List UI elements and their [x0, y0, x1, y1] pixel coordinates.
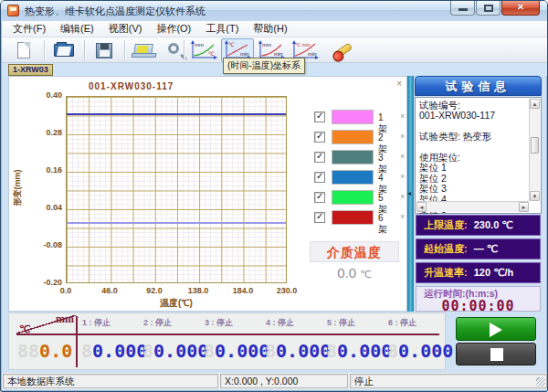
- legend-swatch[interactable]: [332, 110, 374, 124]
- vertical-scrollbar[interactable]: ▲ ▼: [529, 99, 540, 201]
- open-file-button[interactable]: [47, 38, 80, 62]
- x-tick: 46.0: [90, 286, 130, 295]
- svg-text:℃: ℃: [208, 51, 215, 57]
- maximize-button[interactable]: [476, 1, 501, 16]
- stop-button[interactable]: [456, 343, 536, 366]
- start-button[interactable]: [456, 317, 536, 341]
- chart-panel: × 001-XRW030-117 形变(mm) 0.40 0.28 0.16 0…: [8, 76, 407, 312]
- heating-rate-row: 升温速率: 120 ℃/h: [416, 262, 541, 283]
- axes-deformation-temperature-button[interactable]: mm ℃: [187, 38, 220, 62]
- menu-bar: 文件(F) 编辑(E) 视图(V) 操作(O) 工具(T) 帮助(H): [2, 21, 548, 37]
- rack-value: 0.000: [276, 340, 331, 362]
- rack-value: 0.000: [337, 340, 392, 362]
- report-button[interactable]: [128, 38, 161, 62]
- legend-close-icon[interactable]: ×: [400, 192, 405, 201]
- y-tick: 0.40: [24, 90, 62, 100]
- ghost-digit: 8: [265, 340, 276, 362]
- info-line: 试验类型: 热变形: [419, 132, 528, 142]
- rack-readout-2: 2 : 停止 80.000: [142, 313, 200, 369]
- legend-swatch[interactable]: [332, 190, 374, 205]
- deformation-unit-label: mm: [56, 313, 74, 326]
- medium-temperature-unit: ℃: [360, 269, 371, 280]
- legend-close-icon[interactable]: ×: [400, 172, 405, 181]
- rack-display: 80.000: [387, 340, 453, 362]
- legend-swatch[interactable]: [332, 170, 374, 185]
- legend-close-icon[interactable]: ×: [400, 212, 405, 221]
- y-tick: 0.28: [24, 128, 62, 137]
- info-line: [419, 122, 528, 132]
- limit-temperature-label: 上限温度:: [424, 219, 468, 230]
- menu-tools[interactable]: 工具(T): [198, 21, 246, 37]
- toolbar-separator: [84, 40, 85, 60]
- save-button[interactable]: [88, 38, 121, 62]
- rack-display: 80.000: [204, 340, 269, 362]
- test-info-header: 试验信息: [415, 76, 542, 96]
- titlebar[interactable]: 热变形、维卡软化点温度测定仪软件系统 ✕: [1, 1, 547, 21]
- svg-text:℃ mm: ℃ mm: [295, 42, 311, 48]
- ghost-digits: 88: [17, 340, 39, 362]
- medium-temperature-label: 介质温度: [310, 241, 399, 262]
- legend-checkbox[interactable]: ✓: [314, 132, 325, 143]
- lower-reference-line: [67, 222, 286, 224]
- scroll-down-icon[interactable]: ▼: [530, 191, 540, 201]
- toolbar-separator: [184, 40, 184, 60]
- minimize-button[interactable]: [450, 1, 475, 16]
- app-icon: [7, 5, 19, 16]
- menu-edit[interactable]: 编辑(E): [53, 21, 101, 37]
- legend-swatch[interactable]: [332, 210, 374, 225]
- x-tick: 92.0: [134, 286, 174, 295]
- menu-operate[interactable]: 操作(O): [149, 21, 198, 37]
- menu-help[interactable]: 帮助(H): [246, 21, 294, 37]
- legend-checkbox[interactable]: ✓: [314, 192, 325, 203]
- check-icon: ✓: [316, 211, 323, 221]
- limit-temperature-value: 230.0 ℃: [474, 219, 513, 230]
- close-button[interactable]: ✕: [501, 1, 540, 16]
- ghost-digit: 8: [81, 340, 92, 362]
- thermometer-button[interactable]: [326, 38, 359, 62]
- status-database: 本地数据库系统: [3, 374, 218, 388]
- menu-file[interactable]: 文件(F): [5, 21, 53, 37]
- rack-status: 6 : 停止: [388, 317, 416, 329]
- medium-temperature-value: 0.0 ℃: [310, 265, 399, 281]
- rack-status: 5 : 停止: [327, 317, 355, 329]
- legend-checkbox[interactable]: ✓: [314, 152, 325, 163]
- rack-status: 3 : 停止: [205, 317, 233, 329]
- resize-grip[interactable]: [536, 377, 545, 387]
- runtime-box: 运行时间:(h:m:s) 00:00:00: [416, 286, 541, 312]
- stop-icon: [490, 348, 503, 361]
- upper-reference-line: [67, 113, 286, 115]
- info-line: 使用架位:: [419, 153, 528, 163]
- legend-swatch[interactable]: [332, 130, 374, 144]
- magnifier-icon: [168, 43, 179, 54]
- scroll-left-icon[interactable]: ◄: [416, 202, 427, 212]
- scroll-up-icon[interactable]: ▲: [530, 99, 540, 109]
- test-info-lines: 试验编号: 001-XRW030-117 试验类型: 热变形 使用架位: 架位 …: [419, 101, 528, 215]
- legend-checkbox[interactable]: ✓: [314, 212, 325, 223]
- rack-display: 80.000: [326, 340, 392, 362]
- horizontal-scrollbar[interactable]: ◄ ►: [416, 201, 529, 212]
- legend-close-icon[interactable]: ×: [400, 111, 405, 121]
- chart-close-icon[interactable]: ×: [396, 79, 402, 89]
- menu-view[interactable]: 视图(V): [101, 21, 150, 37]
- rack-readout-1: 1 : 停止 80.000: [80, 313, 139, 369]
- medium-temperature-number: 0.0: [337, 265, 356, 281]
- new-file-button[interactable]: [7, 38, 40, 62]
- status-bar: 本地数据库系统 X:0.000 , Y:0.000 停止: [2, 373, 548, 389]
- x-tick: 0.0: [46, 286, 86, 295]
- legend-close-icon[interactable]: ×: [400, 132, 405, 141]
- legend-checkbox[interactable]: ✓: [314, 172, 325, 183]
- legend-close-icon[interactable]: ×: [400, 152, 405, 161]
- status-coordinates: X:0.000 , Y:0.000: [220, 374, 348, 388]
- splitter-arrow-icon: ◂: [407, 189, 411, 197]
- rack-status: 4 : 停止: [266, 317, 294, 329]
- vertical-scroll-thumb[interactable]: [531, 137, 539, 154]
- legend-checkbox[interactable]: ✓: [314, 111, 325, 122]
- plot-area[interactable]: [66, 96, 287, 283]
- window-title: 热变形、维卡软化点温度测定仪软件系统: [25, 5, 206, 18]
- legend-swatch[interactable]: [332, 150, 374, 164]
- document-tab[interactable]: 1-XRW03: [8, 64, 53, 76]
- thermometer-icon: [332, 42, 353, 59]
- scroll-right-icon[interactable]: ►: [519, 202, 529, 212]
- readout-panel: ℃ mm 880.0 1 : 停止 80.000 2 : 停止 80.000 3…: [8, 313, 446, 370]
- panel-splitter[interactable]: ◂: [407, 76, 414, 312]
